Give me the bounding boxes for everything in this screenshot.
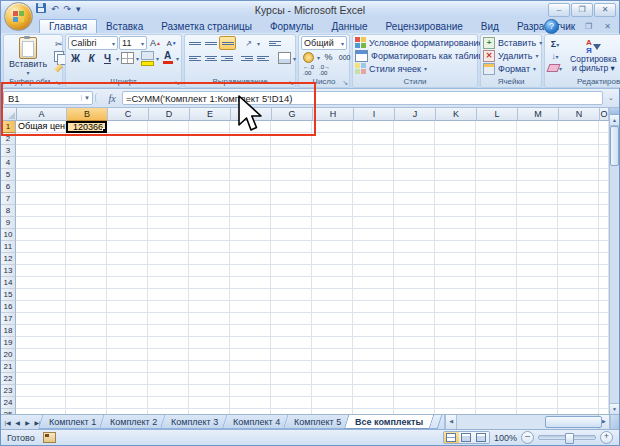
cell-A3[interactable] <box>16 145 66 157</box>
cell-E8[interactable] <box>189 205 230 217</box>
cell-K5[interactable] <box>435 169 476 181</box>
cell-I11[interactable] <box>353 241 394 253</box>
cell-L24[interactable] <box>476 397 517 409</box>
cell-H7[interactable] <box>312 193 353 205</box>
cell-E21[interactable] <box>189 361 230 373</box>
cell-C15[interactable] <box>107 289 148 301</box>
cell-N17[interactable] <box>558 313 599 325</box>
cell-L7[interactable] <box>476 193 517 205</box>
cell-J19[interactable] <box>394 337 435 349</box>
cell-A5[interactable] <box>16 169 66 181</box>
cell-N20[interactable] <box>558 349 599 361</box>
row-header-18[interactable]: 18 <box>1 325 16 337</box>
cell-B23[interactable] <box>66 385 107 397</box>
cell-G13[interactable] <box>271 265 312 277</box>
cell-C12[interactable] <box>107 253 148 265</box>
cell-M4[interactable] <box>517 157 558 169</box>
borders-dropdown-arrow[interactable]: ▾ <box>136 55 139 62</box>
row-header-2[interactable]: 2 <box>1 133 16 145</box>
cell-L6[interactable] <box>476 181 517 193</box>
cell-K11[interactable] <box>435 241 476 253</box>
zoom-out-button[interactable]: – <box>521 431 534 444</box>
cell-D14[interactable] <box>148 277 189 289</box>
cell-L12[interactable] <box>476 253 517 265</box>
row-header-5[interactable]: 5 <box>1 169 16 181</box>
row-header-11[interactable]: 11 <box>1 241 16 253</box>
cell-J18[interactable] <box>394 325 435 337</box>
cell-F20[interactable] <box>230 349 271 361</box>
cell-E12[interactable] <box>189 253 230 265</box>
cell-H6[interactable] <box>312 181 353 193</box>
cell-O5[interactable] <box>599 169 609 181</box>
cell-O8[interactable] <box>599 205 609 217</box>
cell-O24[interactable] <box>599 397 609 409</box>
cell-M5[interactable] <box>517 169 558 181</box>
cell-I17[interactable] <box>353 313 394 325</box>
cell-G9[interactable] <box>271 217 312 229</box>
cell-D1[interactable] <box>148 121 189 133</box>
cell-L5[interactable] <box>476 169 517 181</box>
cell-I13[interactable] <box>353 265 394 277</box>
row-header-8[interactable]: 8 <box>1 205 16 217</box>
cell-I8[interactable] <box>353 205 394 217</box>
cell-L4[interactable] <box>476 157 517 169</box>
split-handle[interactable] <box>610 108 619 115</box>
cell-M1[interactable] <box>517 121 558 133</box>
cell-H8[interactable] <box>312 205 353 217</box>
cell-N4[interactable] <box>558 157 599 169</box>
cell-I7[interactable] <box>353 193 394 205</box>
horizontal-scroll-track[interactable] <box>457 415 598 429</box>
cell-A17[interactable] <box>16 313 66 325</box>
cell-J15[interactable] <box>394 289 435 301</box>
cell-E16[interactable] <box>189 301 230 313</box>
name-box[interactable]: B1▼ <box>3 91 93 105</box>
cell-F18[interactable] <box>230 325 271 337</box>
insert-cells-button[interactable]: +Вставить▾ <box>483 36 542 49</box>
cell-C18[interactable] <box>107 325 148 337</box>
align-center-button[interactable] <box>203 52 218 64</box>
row-header-4[interactable]: 4 <box>1 157 16 169</box>
cell-L3[interactable] <box>476 145 517 157</box>
column-header-M[interactable]: M <box>518 108 559 121</box>
cell-E23[interactable] <box>189 385 230 397</box>
decrease-indent-button[interactable] <box>239 52 254 64</box>
cell-H21[interactable] <box>312 361 353 373</box>
cell-K12[interactable] <box>435 253 476 265</box>
cell-B19[interactable] <box>66 337 107 349</box>
sheet-tab-Комплект 1[interactable]: Комплект 1 <box>38 415 108 429</box>
cell-M16[interactable] <box>517 301 558 313</box>
column-header-N[interactable]: N <box>559 108 600 121</box>
borders-button[interactable] <box>120 52 135 64</box>
redo-button[interactable]: ↷ <box>63 4 73 15</box>
wrap-text-button[interactable] <box>267 37 282 49</box>
row-header-10[interactable]: 10 <box>1 229 16 241</box>
cell-J1[interactable] <box>394 121 435 133</box>
cell-M10[interactable] <box>517 229 558 241</box>
cell-F11[interactable] <box>230 241 271 253</box>
cell-O13[interactable] <box>599 265 609 277</box>
cell-D21[interactable] <box>148 361 189 373</box>
cell-H3[interactable] <box>312 145 353 157</box>
cell-H5[interactable] <box>312 169 353 181</box>
merge-dropdown-arrow[interactable]: ▾ <box>293 55 296 62</box>
cell-G21[interactable] <box>271 361 312 373</box>
cell-J24[interactable] <box>394 397 435 409</box>
cell-E19[interactable] <box>189 337 230 349</box>
cell-G15[interactable] <box>271 289 312 301</box>
cell-A1[interactable]: Общая цена <box>16 121 66 133</box>
cell-B17[interactable] <box>66 313 107 325</box>
cell-O14[interactable] <box>599 277 609 289</box>
page-layout-view-button[interactable] <box>459 432 474 443</box>
cell-C14[interactable] <box>107 277 148 289</box>
cell-J22[interactable] <box>394 373 435 385</box>
cell-M22[interactable] <box>517 373 558 385</box>
row-header-16[interactable]: 16 <box>1 301 16 313</box>
percent-button[interactable]: % <box>321 51 336 63</box>
cell-N13[interactable] <box>558 265 599 277</box>
number-format-combo[interactable]: Общий▾ <box>301 36 347 50</box>
cell-F14[interactable] <box>230 277 271 289</box>
cell-A7[interactable] <box>16 193 66 205</box>
cut-button[interactable]: ✂ <box>52 39 65 50</box>
column-header-J[interactable]: J <box>395 108 436 121</box>
cell-I2[interactable] <box>353 133 394 145</box>
